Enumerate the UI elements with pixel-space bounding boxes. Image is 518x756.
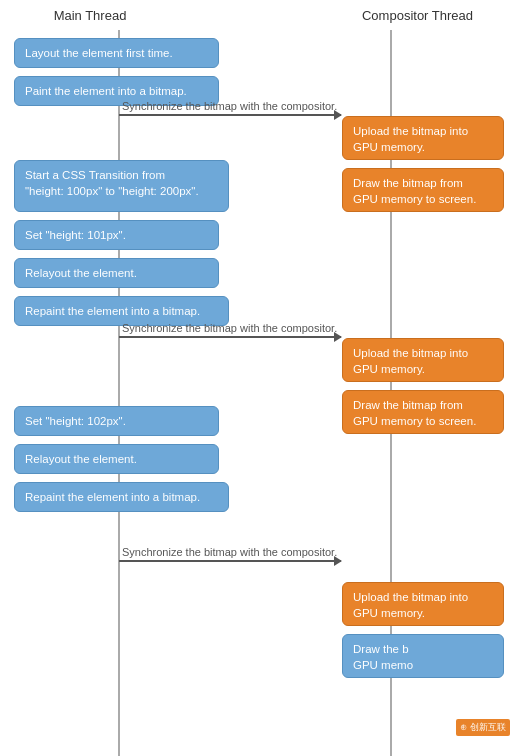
sync-arrow-2 <box>119 336 341 338</box>
upload-bitmap-3-box: Upload the bitmap intoGPU memory. <box>342 582 504 626</box>
upload-bitmap-2-box: Upload the bitmap intoGPU memory. <box>342 338 504 382</box>
relayout-2-box: Relayout the element. <box>14 444 219 474</box>
repaint-2-box: Repaint the element into a bitmap. <box>14 482 229 512</box>
relayout-1-box: Relayout the element. <box>14 258 219 288</box>
sync-label-2: Synchronize the bitmap with the composit… <box>122 322 337 334</box>
main-thread-line <box>118 30 120 756</box>
upload-bitmap-1-box: Upload the bitmap intoGPU memory. <box>342 116 504 160</box>
watermark: ⊕ 创新互联 <box>456 719 510 736</box>
sync-label-1: Synchronize the bitmap with the composit… <box>122 100 337 112</box>
set-height-102-box: Set "height: 102px". <box>14 406 219 436</box>
main-thread-header: Main Thread <box>10 8 170 23</box>
draw-bitmap-2-box: Draw the bitmap fromGPU memory to screen… <box>342 390 504 434</box>
diagram: Main Thread Compositor Thread Layout the… <box>0 0 518 756</box>
set-height-101-box: Set "height: 101px". <box>14 220 219 250</box>
sync-arrow-1 <box>119 114 341 116</box>
css-transition-box: Start a CSS Transition from"height: 100p… <box>14 160 229 212</box>
draw-bitmap-3-box: Draw the bGPU memo <box>342 634 504 678</box>
layout-first-time-box: Layout the element first time. <box>14 38 219 68</box>
sync-arrow-3 <box>119 560 341 562</box>
draw-bitmap-1-box: Draw the bitmap fromGPU memory to screen… <box>342 168 504 212</box>
sync-label-3: Synchronize the bitmap with the composit… <box>122 546 337 558</box>
compositor-thread-header: Compositor Thread <box>330 8 505 23</box>
